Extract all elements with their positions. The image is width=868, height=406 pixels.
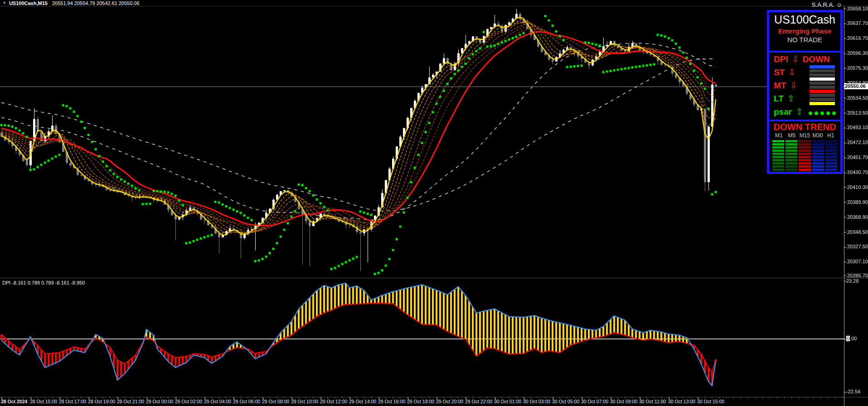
time-minor-tick — [124, 397, 125, 398]
psar-dots-row — [809, 111, 836, 115]
price-axis-label: 20327.50 — [847, 244, 868, 249]
trend-segment — [786, 153, 797, 155]
price-chart-canvas[interactable] — [0, 6, 844, 397]
trend-segment — [812, 150, 824, 152]
price-tick — [844, 247, 846, 247]
time-minor-tick — [820, 397, 821, 398]
time-minor-tick — [610, 397, 611, 398]
price-tick — [844, 113, 846, 113]
trend-column-m1 — [772, 140, 784, 172]
price-axis-label: 20637.70 — [847, 20, 868, 26]
time-minor-tick — [654, 397, 654, 398]
time-minor-tick — [574, 397, 574, 398]
panel-header: US100Cash Emerging Phase NO TRADE — [769, 13, 840, 51]
indicator-scale-zero: 0.00 — [846, 336, 857, 341]
time-minor-tick — [407, 397, 407, 398]
price-axis-label: 20286.70 — [847, 273, 868, 278]
time-minor-tick — [625, 397, 625, 398]
panel-symbol: US100Cash — [769, 13, 840, 27]
time-minor-tick — [632, 397, 632, 398]
trend-segment — [812, 162, 824, 164]
time-axis-label: 29 Oct 10:00 — [291, 399, 318, 404]
price-tick — [844, 143, 846, 143]
time-minor-tick — [218, 397, 219, 398]
time-axis-label: 29 Oct 14:00 — [349, 399, 376, 404]
ladder-segment — [810, 98, 835, 101]
ladder-segment — [810, 86, 835, 89]
time-minor-tick — [704, 397, 705, 398]
trend-segment — [825, 159, 837, 161]
time-axis[interactable]: 28 Oct 202428 Oct 15:0028 Oct 17:0028 Oc… — [0, 397, 844, 406]
chart-title-bar: ▼ US100Cash,M15 20551.94 20554.79 20542.… — [0, 0, 868, 6]
time-minor-tick — [646, 397, 647, 398]
trend-segment — [799, 165, 810, 168]
time-minor-tick — [52, 397, 52, 398]
down-arrow-icon: ⇩ — [788, 67, 795, 77]
timeframe-label-m5: M5 — [786, 132, 799, 139]
trend-column-h1 — [825, 140, 837, 172]
trend-segment — [799, 153, 810, 155]
time-minor-tick — [741, 397, 741, 398]
time-minor-tick — [327, 397, 328, 398]
timeframe-label-m15: M15 — [798, 132, 811, 139]
time-axis-label: 29 Oct 20:00 — [436, 399, 463, 404]
price-axis-label: 20451.70 — [847, 155, 868, 160]
price-axis-label: 20472.10 — [847, 140, 868, 145]
trend-segment — [772, 156, 784, 158]
time-minor-tick — [356, 397, 357, 398]
signal-row-dpi: DPI⇩DOWN — [769, 53, 840, 66]
chart-indicator-divider[interactable] — [0, 278, 868, 278]
time-minor-tick — [117, 397, 117, 398]
time-minor-tick — [784, 397, 785, 398]
time-minor-tick — [226, 397, 226, 398]
time-minor-tick — [102, 397, 103, 398]
price-axis-label: 20575.30 — [847, 65, 868, 71]
time-minor-tick — [443, 397, 444, 398]
price-tick — [844, 53, 846, 54]
price-axis-label: 20389.90 — [847, 199, 868, 205]
time-minor-tick — [603, 397, 603, 398]
ladder-segment — [810, 102, 835, 105]
time-minor-tick — [73, 397, 74, 398]
time-minor-tick — [842, 397, 843, 398]
time-minor-tick — [88, 397, 88, 398]
price-tick — [844, 98, 846, 98]
up-arrow-icon: ⇧ — [787, 93, 795, 104]
time-minor-tick — [429, 397, 429, 398]
time-minor-tick — [291, 397, 291, 398]
time-axis-label: 28 Oct 21:00 — [117, 399, 144, 404]
timeframe-label-h1: H1 — [824, 132, 837, 139]
time-minor-tick — [131, 397, 132, 398]
trend-strength-columns — [769, 140, 840, 172]
time-minor-tick — [255, 397, 255, 398]
trend-segment — [772, 159, 784, 161]
time-minor-tick — [204, 397, 204, 398]
trend-segment — [799, 143, 810, 145]
time-minor-tick — [596, 397, 596, 398]
price-tick — [844, 128, 846, 128]
time-axis-label: 29 Oct 02:00 — [175, 399, 202, 404]
timeframe-labels-row: M1M5M15M30H1 — [769, 132, 840, 139]
price-axis-label: 20348.50 — [847, 229, 868, 235]
chart-window: ▼ US100Cash,M15 20551.94 20554.79 20542.… — [0, 0, 868, 406]
time-minor-tick — [211, 397, 212, 398]
time-axis-label: 29 Oct 04:00 — [204, 399, 231, 404]
signal-label: ST — [774, 68, 785, 77]
time-minor-tick — [153, 397, 154, 398]
time-minor-tick — [690, 397, 690, 398]
time-minor-tick — [160, 397, 161, 398]
price-tick — [844, 217, 846, 218]
time-minor-tick — [639, 397, 640, 398]
price-axis-label: 20307.10 — [847, 259, 868, 264]
down-arrow-icon: ⇩ — [790, 80, 797, 91]
time-minor-tick — [385, 397, 386, 398]
price-scale-border — [844, 6, 844, 406]
time-minor-tick — [1, 397, 1, 398]
price-axis-label: 20368.90 — [847, 214, 868, 220]
ladder-segment — [810, 65, 835, 68]
time-axis-label: 28 Oct 17:00 — [59, 399, 86, 404]
time-minor-tick — [393, 397, 393, 398]
time-minor-tick — [197, 397, 197, 398]
collapse-triangle-icon[interactable]: ▼ — [3, 1, 6, 5]
price-axis-label: 20493.10 — [847, 125, 868, 130]
